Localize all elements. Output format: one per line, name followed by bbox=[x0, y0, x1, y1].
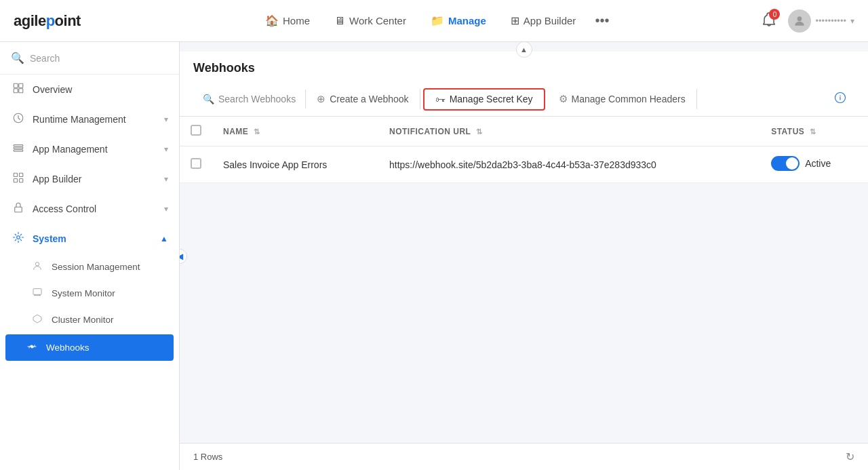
notification-badge: 0 bbox=[769, 9, 780, 20]
sidebar-item-access-control[interactable]: Access Control ▾ bbox=[0, 194, 179, 224]
status-sort-icon: ⇅ bbox=[810, 128, 816, 136]
sidebar-item-cluster-monitor[interactable]: Cluster Monitor bbox=[0, 307, 179, 333]
webhooks-toolbar: 🔍 Search Webhooks ⊕ Create a Webhook 🗝 M… bbox=[193, 82, 854, 116]
svg-rect-4 bbox=[19, 89, 23, 93]
secret-key-label: Manage Secret Key bbox=[450, 94, 533, 104]
sidebar-search[interactable]: 🔍 Search bbox=[0, 42, 179, 75]
session-icon bbox=[30, 260, 45, 273]
sidebar-item-system-monitor[interactable]: System Monitor bbox=[0, 280, 179, 307]
create-webhook-label: Create a Webhook bbox=[330, 94, 408, 104]
system-icon bbox=[11, 231, 26, 246]
app-builder-icon bbox=[11, 172, 26, 187]
collapse-icon: ◀ bbox=[180, 252, 183, 261]
url-sort-icon: ⇅ bbox=[476, 128, 483, 136]
table-header-checkbox[interactable] bbox=[180, 117, 212, 146]
access-control-chevron-icon: ▾ bbox=[164, 204, 168, 214]
create-webhook-icon: ⊕ bbox=[317, 93, 326, 105]
nav-work-center[interactable]: 🖥 Work Center bbox=[323, 9, 417, 33]
table-header-name[interactable]: NAME ⇅ bbox=[212, 117, 378, 146]
main-layout: 🔍 Search Overview Runtime Management ▾ A… bbox=[0, 42, 868, 470]
manage-secret-key-button[interactable]: 🗝 Manage Secret Key bbox=[423, 88, 545, 111]
table-header-row: NAME ⇅ NOTIFICATION URL ⇅ STATUS ⇅ bbox=[180, 117, 868, 146]
svg-marker-17 bbox=[33, 315, 41, 323]
sidebar-item-system[interactable]: System ▲ bbox=[0, 224, 179, 254]
grid-icon: ⊞ bbox=[511, 14, 519, 27]
row-url: https://webhook.site/5b2da2b3-3ba8-4c44-… bbox=[389, 159, 656, 170]
select-all-checkbox[interactable] bbox=[191, 125, 201, 136]
nav-home[interactable]: 🏠 Home bbox=[254, 9, 321, 33]
app-builder-chevron-icon: ▾ bbox=[164, 174, 168, 184]
row-checkbox-cell bbox=[180, 146, 212, 183]
sidebar-item-app-builder[interactable]: App Builder ▾ bbox=[0, 164, 179, 194]
nav-app-builder[interactable]: ⊞ App Builder bbox=[500, 9, 587, 33]
name-column-label: NAME bbox=[223, 127, 248, 136]
info-button[interactable] bbox=[826, 87, 854, 111]
sidebar-webhooks-label: Webhooks bbox=[46, 342, 90, 353]
nav-more-btn[interactable]: ••• bbox=[589, 10, 614, 31]
create-webhook-button[interactable]: ⊕ Create a Webhook bbox=[306, 89, 420, 109]
sidebar-item-webhooks[interactable]: Webhooks bbox=[5, 334, 174, 361]
nav-app-builder-label: App Builder bbox=[524, 15, 576, 26]
search-webhooks-label: Search Webhooks bbox=[218, 94, 296, 104]
avatar bbox=[788, 9, 811, 33]
status-badge: Active bbox=[805, 158, 831, 169]
row-url-cell: https://webhook.site/5b2da2b3-3ba8-4c44-… bbox=[378, 146, 760, 183]
svg-rect-13 bbox=[15, 207, 22, 212]
rows-count: 1 Rows bbox=[193, 452, 222, 462]
table-header-status[interactable]: STATUS ⇅ bbox=[760, 117, 868, 146]
search-webhooks-button[interactable]: 🔍 Search Webhooks bbox=[193, 90, 306, 109]
sidebar-app-management-label: App Management bbox=[33, 144, 108, 155]
nav-home-label: Home bbox=[283, 15, 310, 26]
svg-rect-16 bbox=[33, 289, 41, 295]
top-collapse-button[interactable]: ▲ bbox=[516, 42, 532, 58]
row-checkbox[interactable] bbox=[191, 158, 201, 169]
row-name: Sales Invoice App Errors bbox=[223, 159, 327, 170]
manage-common-headers-button[interactable]: ⚙ Manage Common Headers bbox=[548, 89, 697, 109]
common-headers-label: Manage Common Headers bbox=[572, 94, 686, 104]
sidebar-access-control-label: Access Control bbox=[33, 203, 96, 214]
sidebar-system-monitor-label: System Monitor bbox=[52, 288, 115, 298]
table-row: Sales Invoice App Errors https://webhook… bbox=[180, 146, 868, 183]
webhooks-table-container: NAME ⇅ NOTIFICATION URL ⇅ STATUS ⇅ bbox=[180, 117, 868, 443]
runtime-icon bbox=[11, 112, 26, 127]
url-column-label: NOTIFICATION URL bbox=[389, 127, 471, 136]
webhooks-table: NAME ⇅ NOTIFICATION URL ⇅ STATUS ⇅ bbox=[180, 117, 868, 183]
sidebar-item-runtime[interactable]: Runtime Management ▾ bbox=[0, 104, 179, 134]
search-icon: 🔍 bbox=[11, 52, 24, 64]
nav-manage-label: Manage bbox=[448, 15, 486, 26]
sidebar-system-label: System bbox=[33, 233, 66, 244]
sidebar-item-overview[interactable]: Overview bbox=[0, 75, 179, 104]
svg-rect-10 bbox=[20, 173, 23, 176]
key-icon: 🗝 bbox=[435, 94, 446, 105]
app-management-icon bbox=[11, 142, 26, 157]
search-webhooks-icon: 🔍 bbox=[203, 94, 214, 104]
svg-point-15 bbox=[35, 262, 39, 266]
name-sort-icon: ⇅ bbox=[254, 128, 260, 136]
table-header-url[interactable]: NOTIFICATION URL ⇅ bbox=[378, 117, 760, 146]
logo-text: agilepoint bbox=[14, 12, 81, 30]
svg-rect-11 bbox=[14, 179, 17, 182]
toggle-thumb bbox=[786, 157, 798, 170]
home-icon: 🏠 bbox=[265, 14, 279, 27]
sidebar-item-app-management[interactable]: App Management ▾ bbox=[0, 134, 179, 164]
toggle-track[interactable] bbox=[771, 156, 800, 171]
status-column-label: STATUS bbox=[771, 127, 804, 136]
page-title: Webhooks bbox=[193, 61, 854, 82]
logo[interactable]: agilepoint bbox=[14, 12, 81, 30]
runtime-chevron-icon: ▾ bbox=[164, 115, 168, 124]
webhooks-icon bbox=[24, 341, 39, 354]
row-name-cell: Sales Invoice App Errors bbox=[212, 146, 378, 183]
refresh-button[interactable]: ↻ bbox=[846, 450, 854, 463]
sidebar-item-session-management[interactable]: Session Management bbox=[0, 254, 179, 280]
nav-work-center-label: Work Center bbox=[349, 15, 406, 26]
top-nav: agilepoint 🏠 Home 🖥 Work Center 📁 Manage… bbox=[0, 0, 868, 42]
row-status-cell: Active bbox=[760, 146, 868, 183]
notifications-button[interactable]: 0 bbox=[761, 12, 777, 30]
svg-rect-6 bbox=[14, 145, 23, 146]
nav-manage[interactable]: 📁 Manage bbox=[420, 9, 497, 33]
svg-rect-8 bbox=[14, 150, 23, 151]
user-menu[interactable]: •••••••••• ▾ bbox=[788, 9, 854, 33]
sidebar-session-label: Session Management bbox=[52, 262, 140, 272]
system-chevron-icon: ▲ bbox=[160, 234, 168, 243]
nav-right: 0 •••••••••• ▾ bbox=[761, 9, 854, 33]
